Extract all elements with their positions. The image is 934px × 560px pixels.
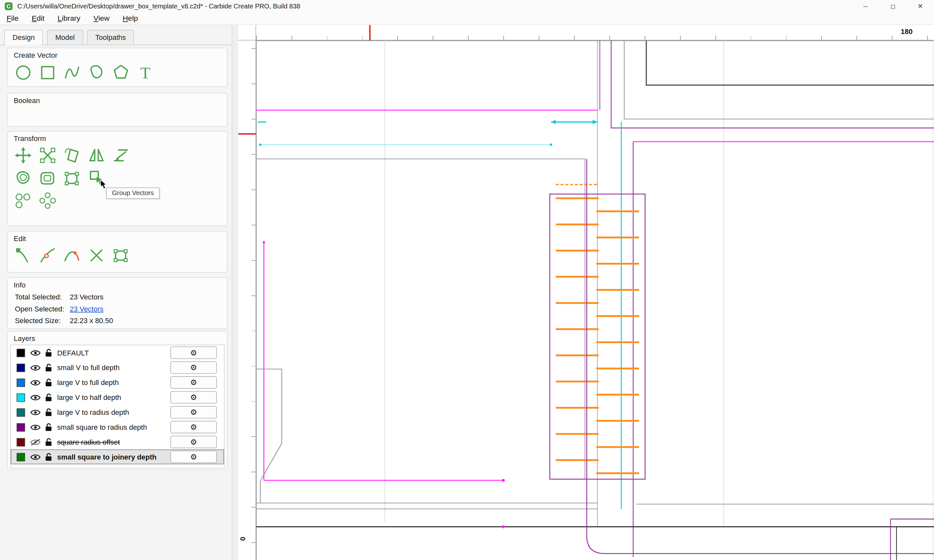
scale-tool-icon[interactable] xyxy=(38,145,58,165)
fillet-tool-icon[interactable] xyxy=(38,168,58,188)
eye-off-icon[interactable] xyxy=(31,438,40,446)
layer-settings-button[interactable]: ⚙ xyxy=(170,406,217,419)
menu-edit[interactable]: Edit xyxy=(25,12,51,25)
linear-array-icon[interactable] xyxy=(13,191,33,211)
app-window: C C:/Users/willa/OneDrive/Desktop/drawer… xyxy=(0,0,934,560)
drawing-area[interactable] xyxy=(256,40,934,560)
cursor-icon xyxy=(100,180,109,192)
layer-color-swatch[interactable] xyxy=(17,438,25,446)
gear-icon: ⚙ xyxy=(190,348,197,357)
unlock-icon[interactable] xyxy=(45,363,52,372)
create-vector-section: Create Vector T xyxy=(7,48,228,87)
layer-color-swatch[interactable] xyxy=(17,408,25,417)
layer-name: large V to full depth xyxy=(57,378,170,387)
maximize-button[interactable]: ◻ xyxy=(879,0,906,12)
offset-tool-icon[interactable] xyxy=(13,168,33,188)
circle-tool-icon[interactable] xyxy=(13,62,33,82)
layer-row-large-v-full[interactable]: large V to full depth ⚙ xyxy=(11,375,224,390)
unlock-icon[interactable] xyxy=(45,452,52,462)
layer-color-swatch[interactable] xyxy=(17,378,25,387)
create-vector-title: Create Vector xyxy=(14,51,227,60)
open-selected-link[interactable]: 23 Vectors xyxy=(70,305,103,313)
layer-settings-button[interactable]: ⚙ xyxy=(170,346,217,359)
layer-row-default[interactable]: DEFAULT ⚙ xyxy=(11,345,224,360)
layer-color-swatch[interactable] xyxy=(17,363,25,372)
menu-file[interactable]: File xyxy=(0,12,25,25)
unlock-icon[interactable] xyxy=(45,408,52,417)
gear-icon: ⚙ xyxy=(190,423,197,432)
menu-library[interactable]: Library xyxy=(51,12,87,25)
layer-row-small-v-full[interactable]: small V to full depth ⚙ xyxy=(11,360,224,375)
layer-row-small-square-radius[interactable]: small square to radius depth ⚙ xyxy=(11,420,224,435)
eye-icon[interactable] xyxy=(31,349,40,356)
layer-settings-button[interactable]: ⚙ xyxy=(170,391,217,404)
tab-design[interactable]: Design xyxy=(4,30,43,45)
app-logo-icon: C xyxy=(5,2,13,10)
layer-color-swatch[interactable] xyxy=(17,423,25,431)
layer-name: small square to joinery depth xyxy=(57,453,170,461)
rotate-tool-icon[interactable] xyxy=(62,145,82,165)
unlock-icon[interactable] xyxy=(45,423,52,432)
info-section: Info Total Selected:23 Vectors Open Sele… xyxy=(7,277,228,329)
panel-tabs: Design Model Toolpaths xyxy=(0,30,231,45)
canvas-drawing[interactable] xyxy=(256,40,934,560)
insert-node-icon[interactable] xyxy=(38,245,58,265)
circular-array-icon[interactable] xyxy=(38,191,58,211)
tab-model[interactable]: Model xyxy=(47,30,83,45)
selected-size-value: 22.23 x 80.50 xyxy=(70,317,113,325)
layer-row-small-square-joinery[interactable]: small square to joinery depth ⚙ xyxy=(11,449,224,465)
minimize-button[interactable]: ─ xyxy=(852,0,879,12)
unlock-icon[interactable] xyxy=(45,348,52,357)
polyline-tool-icon[interactable] xyxy=(62,62,82,82)
layer-row-large-v-radius[interactable]: large V to radius depth ⚙ xyxy=(11,405,224,420)
align-tool-icon[interactable] xyxy=(111,145,131,165)
ruler-left-label: 0 xyxy=(238,537,247,540)
layer-color-swatch[interactable] xyxy=(17,393,25,402)
move-tool-icon[interactable] xyxy=(13,145,33,165)
delete-node-icon[interactable] xyxy=(86,245,106,265)
info-title: Info xyxy=(14,281,227,289)
curve-tool-icon[interactable] xyxy=(86,62,106,82)
split-curve-icon[interactable] xyxy=(62,245,82,265)
eye-icon[interactable] xyxy=(31,364,40,371)
eye-icon[interactable] xyxy=(31,453,40,460)
window-title: C:/Users/willa/OneDrive/Desktop/drawer_b… xyxy=(17,2,300,9)
flip-tool-icon[interactable] xyxy=(86,145,106,165)
gear-icon: ⚙ xyxy=(190,363,197,372)
layer-settings-button[interactable]: ⚙ xyxy=(170,451,217,463)
tab-toolpaths[interactable]: Toolpaths xyxy=(87,30,134,45)
layer-name: DEFAULT xyxy=(57,348,170,357)
text-tool-icon[interactable]: T xyxy=(135,62,155,82)
menu-bar: File Edit Library View Help xyxy=(0,12,934,25)
eye-icon[interactable] xyxy=(31,394,40,401)
layer-name: square radius offset xyxy=(57,438,170,446)
layer-settings-button[interactable]: ⚙ xyxy=(170,435,217,448)
layer-settings-button[interactable]: ⚙ xyxy=(170,376,217,389)
gear-icon: ⚙ xyxy=(190,452,197,462)
polygon-tool-icon[interactable] xyxy=(111,62,131,82)
ruler-top: 180 xyxy=(256,25,934,40)
layer-color-swatch[interactable] xyxy=(17,453,25,461)
boolean-section: Boolean xyxy=(7,93,228,127)
transform-section: Transform xyxy=(7,131,228,226)
layer-settings-button[interactable]: ⚙ xyxy=(170,362,217,374)
eye-icon[interactable] xyxy=(31,409,40,416)
layer-row-square-radius-offset[interactable]: square radius offset ⚙ xyxy=(11,435,224,449)
unlock-icon[interactable] xyxy=(45,437,52,446)
close-button[interactable]: ✕ xyxy=(907,0,934,12)
rectangle-tool-icon[interactable] xyxy=(38,62,58,82)
join-vectors-icon[interactable] xyxy=(111,245,131,265)
layer-row-large-v-half[interactable]: large V to half depth ⚙ xyxy=(11,390,224,405)
eye-icon[interactable] xyxy=(31,423,40,431)
eye-icon[interactable] xyxy=(31,379,40,386)
menu-help[interactable]: Help xyxy=(116,12,145,25)
title-bar: C C:/Users/willa/OneDrive/Desktop/drawer… xyxy=(0,0,934,12)
menu-view[interactable]: View xyxy=(87,12,116,25)
layer-settings-button[interactable]: ⚙ xyxy=(170,421,217,434)
edit-nodes-icon[interactable] xyxy=(13,245,33,265)
trim-tool-icon[interactable] xyxy=(62,168,82,188)
canvas[interactable]: 180 0 xyxy=(238,25,934,560)
unlock-icon[interactable] xyxy=(45,393,52,402)
unlock-icon[interactable] xyxy=(45,378,52,387)
layer-color-swatch[interactable] xyxy=(17,348,25,357)
